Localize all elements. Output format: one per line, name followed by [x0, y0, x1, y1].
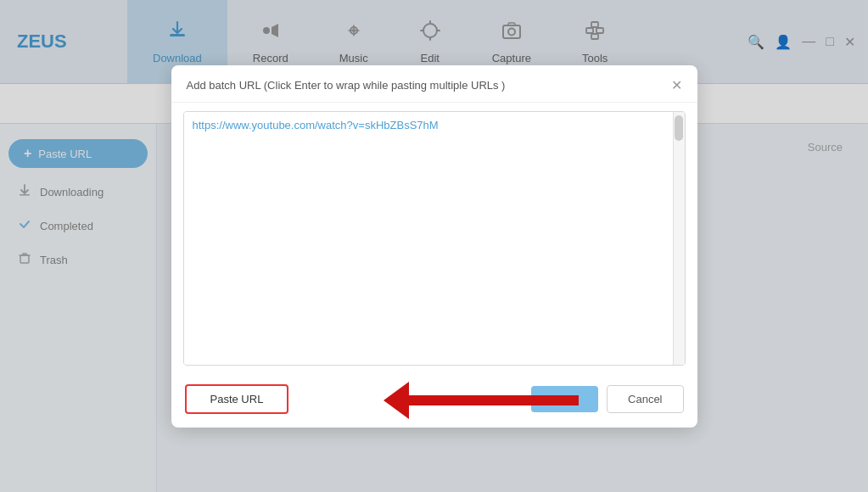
modal-footer: Paste URL OK Cancel [171, 374, 697, 428]
modal-title: Add batch URL (Click Enter to wrap while… [187, 79, 506, 92]
scrollbar-track[interactable] [673, 112, 685, 365]
url-textarea[interactable] [184, 112, 685, 365]
modal-body [171, 103, 697, 374]
scrollbar-thumb [675, 115, 683, 141]
url-textarea-wrapper [183, 111, 686, 366]
modal-dialog: Add batch URL (Click Enter to wrap while… [171, 65, 697, 428]
arrow-indicator [384, 382, 579, 419]
modal-header: Add batch URL (Click Enter to wrap while… [171, 65, 697, 103]
modal-close-button[interactable]: ✕ [671, 77, 682, 93]
paste-url-button[interactable]: Paste URL [185, 384, 289, 414]
arrow-shaft [409, 395, 579, 405]
cancel-button[interactable]: Cancel [607, 385, 683, 413]
modal-overlay: Add batch URL (Click Enter to wrap while… [0, 0, 868, 492]
arrow-head [384, 382, 409, 419]
